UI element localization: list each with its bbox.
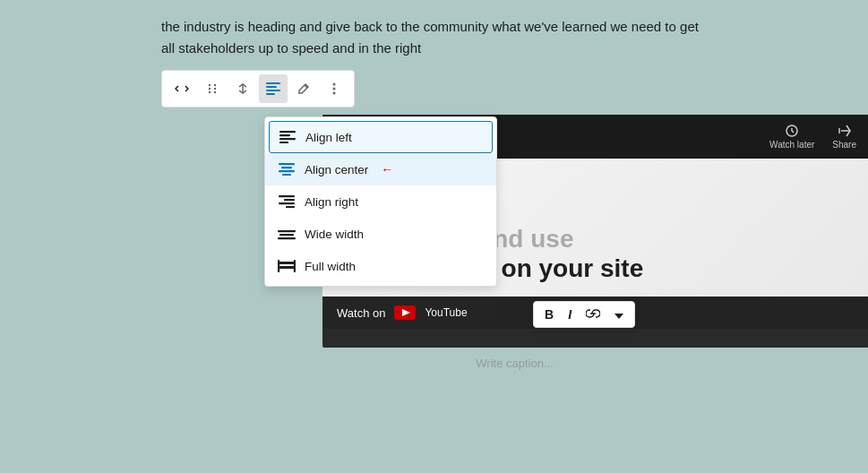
wide-width-label: Wide width <box>305 228 364 241</box>
code-view-button[interactable] <box>168 74 196 103</box>
svg-rect-24 <box>279 202 295 204</box>
bold-button[interactable]: B <box>541 305 557 323</box>
link-button[interactable] <box>582 305 604 323</box>
svg-rect-26 <box>278 230 296 232</box>
align-left-icon <box>279 128 296 146</box>
svg-rect-22 <box>279 195 295 197</box>
svg-rect-8 <box>266 90 280 91</box>
watch-on-text: Watch on <box>337 306 385 320</box>
align-center-icon <box>278 160 296 178</box>
caption-area[interactable]: Write caption... <box>161 355 868 371</box>
more-format-button[interactable] <box>611 305 627 323</box>
wide-width-icon <box>278 225 296 243</box>
youtube-label: YouTube <box>425 306 467 319</box>
video-actions: Watch later Share <box>769 124 856 150</box>
svg-rect-9 <box>266 93 275 95</box>
svg-point-5 <box>214 91 216 93</box>
more-options-button[interactable] <box>320 74 348 103</box>
align-right-label: Align right <box>305 195 358 209</box>
svg-rect-6 <box>266 82 280 84</box>
svg-rect-32 <box>294 260 296 272</box>
full-width-option[interactable]: Full width <box>265 250 496 282</box>
edit-button[interactable] <box>289 74 318 103</box>
block-toolbar <box>161 70 355 108</box>
svg-rect-16 <box>279 138 296 140</box>
svg-rect-18 <box>279 163 295 165</box>
svg-rect-17 <box>279 142 288 143</box>
align-center-option[interactable]: Align center ← <box>265 153 496 185</box>
svg-point-12 <box>333 88 336 90</box>
svg-point-13 <box>333 92 336 95</box>
svg-rect-31 <box>278 260 279 272</box>
svg-rect-23 <box>284 199 295 201</box>
svg-point-0 <box>209 84 211 86</box>
svg-rect-19 <box>281 167 292 168</box>
svg-point-3 <box>214 88 216 90</box>
align-right-option[interactable]: Align right <box>265 185 496 218</box>
svg-rect-15 <box>279 134 290 136</box>
svg-rect-29 <box>278 262 296 264</box>
full-width-label: Full width <box>305 260 356 273</box>
svg-point-11 <box>333 83 336 86</box>
svg-rect-7 <box>266 86 277 88</box>
svg-rect-20 <box>279 170 295 172</box>
svg-rect-25 <box>286 206 295 208</box>
svg-point-1 <box>214 84 216 86</box>
svg-point-2 <box>209 88 211 90</box>
move-button[interactable] <box>228 74 257 103</box>
drag-handle-button[interactable] <box>198 74 227 103</box>
svg-point-4 <box>209 91 211 93</box>
wide-width-option[interactable]: Wide width <box>265 218 496 250</box>
italic-button[interactable]: I <box>564 305 575 323</box>
share-button[interactable]: Share <box>832 124 856 150</box>
full-width-icon <box>278 257 296 275</box>
paragraph-text: the industry is heading and give back to… <box>161 16 707 59</box>
align-left-option[interactable]: Align left <box>269 121 493 153</box>
svg-rect-28 <box>278 237 296 239</box>
alignment-dropdown: Align left Align center ← <box>264 116 497 287</box>
watch-later-button[interactable]: Watch later <box>769 124 814 150</box>
align-button[interactable] <box>259 74 288 103</box>
active-arrow-icon: ← <box>381 162 393 176</box>
caption-placeholder: Write caption... <box>476 357 553 370</box>
align-right-icon <box>278 193 296 211</box>
svg-rect-30 <box>278 266 296 269</box>
svg-rect-14 <box>279 131 296 133</box>
svg-rect-27 <box>279 234 294 236</box>
format-toolbar: B I <box>533 301 635 328</box>
align-center-label: Align center <box>305 163 368 176</box>
svg-rect-21 <box>282 174 291 176</box>
align-left-label: Align left <box>305 131 352 144</box>
